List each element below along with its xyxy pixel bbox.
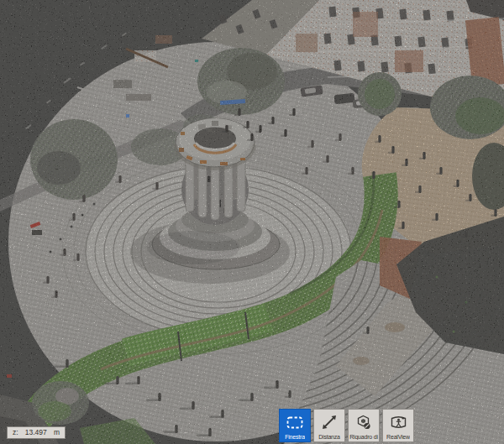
readout-unit: m — [54, 429, 60, 436]
clip-box-icon — [349, 411, 379, 434]
distanza-label: Distanza — [318, 434, 340, 440]
riquadro-label: Riquadro di — [349, 434, 378, 440]
finestra-button[interactable]: Finestra — [279, 409, 311, 442]
measurement-toolbar: Finestra Distanza Riquadro di — [279, 409, 414, 442]
point-cloud-viewport[interactable]: z: 13.497 m Finestra Distanza — [0, 0, 504, 444]
window-selection-icon — [280, 411, 310, 434]
readout-value: 13.497 — [25, 429, 47, 436]
finestra-label: Finestra — [285, 434, 305, 440]
distance-measure-icon — [314, 411, 344, 434]
readout-axis-label: z: — [13, 429, 18, 436]
point-cloud-scene — [0, 0, 504, 444]
noise-overlay-dark — [0, 0, 504, 444]
distanza-button[interactable]: Distanza — [313, 409, 345, 442]
realview-button[interactable]: RealView — [382, 409, 414, 442]
riquadro-button[interactable]: Riquadro di — [348, 409, 380, 442]
realview-label: RealView — [386, 434, 410, 440]
realview-icon — [383, 411, 413, 434]
z-coordinate-readout: z: 13.497 m — [7, 426, 66, 439]
